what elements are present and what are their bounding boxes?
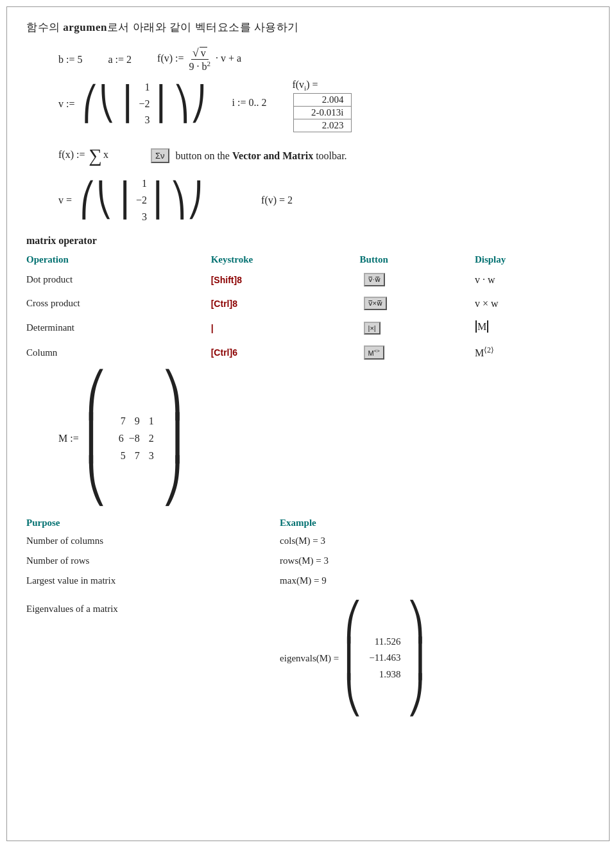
vector-line: v := ⎛⎝⎟ 1 −2 3 ⎜⎞⎠ i := 0.. 2 f(vi) = 2… [58, 79, 590, 132]
col-header-display: Display [475, 252, 590, 268]
pe-header-row: Purpose Example [26, 515, 590, 531]
key-cross: [Ctrl]8 [211, 292, 360, 315]
header-bold: argumen [63, 21, 107, 33]
right-bracket: ⎜⎞⎠ [157, 87, 207, 120]
M-label: M := [58, 433, 79, 444]
fv-result: f(v) = 2 [261, 195, 293, 206]
toolbar-btn-area: Σν [147, 148, 173, 163]
fvi-result: f(vi) = 2.004 2-0.013i 2.023 [292, 79, 352, 132]
v-fv-line: v = ⎛⎝⎟ 1 −2 3 ⎜⎞⎠ f(v) = 2 [58, 175, 590, 225]
v-label: v := [58, 98, 74, 110]
left-bracket2: ⎛⎝⎟ [80, 184, 130, 216]
header-korean1: 함수의 [26, 21, 63, 33]
result-cell-1: 2.004 [294, 94, 352, 107]
M-left-bracket: ⎛⎜⎝ [85, 374, 107, 503]
table-row-col: Column [Ctrl]6 M<> M⟨2⟩ [26, 340, 590, 365]
op-col: Column [26, 340, 211, 365]
v2-label: v = [58, 195, 72, 206]
table-row-cross: Cross product [Ctrl]8 v̅×w̅ v × w [26, 292, 590, 315]
cross-button[interactable]: v̅×w̅ [364, 297, 387, 310]
matrix-M-line: M := ⎛⎜⎝ 7 9 1 6 −8 2 5 7 [58, 374, 590, 503]
purpose-eigen: Eigenvalues of a matrix [26, 591, 280, 718]
left-bracket: ⎛⎝⎟ [82, 87, 132, 120]
table-row-dot: Dot product [Shift]8 v̅·w̅ v · w [26, 268, 590, 292]
fvi-label: f(vi) = [292, 79, 318, 92]
pe-row-eigen: Eigenvalues of a matrix eigenvals(M) = ⎛… [26, 591, 590, 718]
a-assign: a := 2 [108, 54, 132, 65]
dot-button[interactable]: v̅·w̅ [364, 273, 385, 286]
v2-row-3: 3 [135, 209, 150, 225]
toolbar-bold-text: Vector and Matrix [232, 150, 313, 161]
header-purpose: Purpose [26, 515, 280, 531]
op-dot: Dot product [26, 268, 211, 292]
op-cross: Cross product [26, 292, 211, 315]
section-title-matrix-operator: matrix operator [26, 235, 590, 247]
eigen-right-bracket: ⎞⎟⎠ [407, 604, 425, 713]
purpose-table: Purpose Example Number of columns cols(M… [26, 515, 590, 718]
purpose-rows: Number of rows [26, 551, 280, 571]
matrix-operator-section: matrix operator Operation Keystroke Butt… [26, 235, 590, 503]
btn-dot: v̅·w̅ [360, 268, 475, 292]
eigen-body: 11.526 −11.463 1.938 [363, 634, 407, 683]
example-eigen: eigenvals(M) = ⎛⎜⎝ 11.526 −11.463 1.938 … [280, 591, 590, 718]
result-row-3: 2.023 [294, 119, 352, 132]
vector-v2-assign: v = ⎛⎝⎟ 1 −2 3 ⎜⎞⎠ [58, 175, 203, 225]
purpose-max: Largest value in matrix [26, 571, 280, 591]
disp-dot: v · w [475, 268, 590, 292]
header-korean2: 로서 아래와 같이 벡터요소를 사용하기 [107, 21, 299, 33]
matrix-M: ⎛⎜⎝ 7 9 1 6 −8 2 5 7 3 [85, 374, 184, 503]
key-det: | [211, 315, 360, 340]
col-header-operation: Operation [26, 252, 211, 268]
purpose-cols: Number of columns [26, 531, 280, 551]
result-row-1: 2.004 [294, 94, 352, 107]
btn-col: M<> [360, 340, 475, 365]
disp-cross: v × w [475, 292, 590, 315]
eigen-row-3: 1.938 [368, 667, 403, 683]
disp-det: M [475, 315, 590, 340]
disp-col: M⟨2⟩ [475, 340, 590, 365]
det-button[interactable]: |×| [364, 322, 381, 335]
eigenvals-matrix: ⎛⎜⎝ 11.526 −11.463 1.938 ⎞⎟⎠ [344, 604, 425, 713]
fraction: √ v 9 · b2 [188, 46, 212, 73]
header-section: 함수의 argumen로서 아래와 같이 벡터요소를 사용하기 [26, 20, 590, 35]
v2-row-1: 1 [135, 175, 150, 192]
pe-row-rows: Number of rows rows(M) = 3 [26, 551, 590, 571]
eigenvals-expr: eigenvals(M) = ⎛⎜⎝ 11.526 −11.463 1.938 … [280, 604, 425, 713]
key-col: [Ctrl]6 [211, 340, 360, 365]
pe-row-max: Largest value in matrix max(M) = 9 [26, 571, 590, 591]
sigma-icon: ∑ [89, 145, 102, 166]
key-dot: [Shift]8 [211, 268, 360, 292]
result-row-2: 2-0.013i [294, 107, 352, 119]
abs-M: M [475, 320, 489, 333]
header-example: Example [280, 515, 590, 531]
table-row-det: Determinant | |×| M [26, 315, 590, 340]
example-cols: cols(M) = 3 [280, 531, 590, 551]
op-det: Determinant [26, 315, 211, 340]
sigma-toolbar-button[interactable]: Σν [151, 148, 169, 163]
v-row-2: −2 [136, 96, 152, 112]
fraction-denominator: 9 · b2 [188, 60, 212, 73]
b-assign: b := 5 [58, 54, 82, 65]
main-page: 함수의 argumen로서 아래와 같이 벡터요소를 사용하기 b := 5 a… [6, 6, 610, 841]
fraction-numerator: √ v [191, 46, 209, 60]
v-row-1: 1 [139, 79, 153, 96]
btn-cross: v̅×w̅ [360, 292, 475, 315]
operations-table: Operation Keystroke Button Display Dot p… [26, 252, 590, 365]
right-bracket2: ⎜⎞⎠ [153, 184, 203, 216]
col-header-keystroke: Keystroke [211, 252, 360, 268]
col-button[interactable]: M<> [364, 345, 384, 360]
eigen-left-bracket: ⎛⎜⎝ [344, 604, 363, 713]
sqrt-expr: √ v [193, 47, 207, 59]
result-cell-3: 2.023 [294, 119, 352, 132]
matrix-v: ⎛⎝⎟ 1 −2 3 ⎜⎞⎠ [82, 79, 206, 128]
example-max: max(M) = 9 [280, 571, 590, 591]
M-right-bracket: ⎞⎟⎠ [162, 374, 184, 503]
M-row-2: 6 −8 2 [112, 430, 157, 447]
vector-body: 1 −2 3 [133, 79, 155, 128]
f-definition: f(v) := √ v 9 · b2 · v + a [157, 46, 241, 73]
v2-row-2: −2 [133, 192, 150, 209]
fsum-label: f(x) := ∑x [58, 145, 108, 166]
ops-header-row: Operation Keystroke Button Display [26, 252, 590, 268]
fsum-line: f(x) := ∑x Σν button on the Vector and M… [58, 145, 590, 166]
eigenvals-label: eigenvals(M) = [280, 653, 339, 664]
